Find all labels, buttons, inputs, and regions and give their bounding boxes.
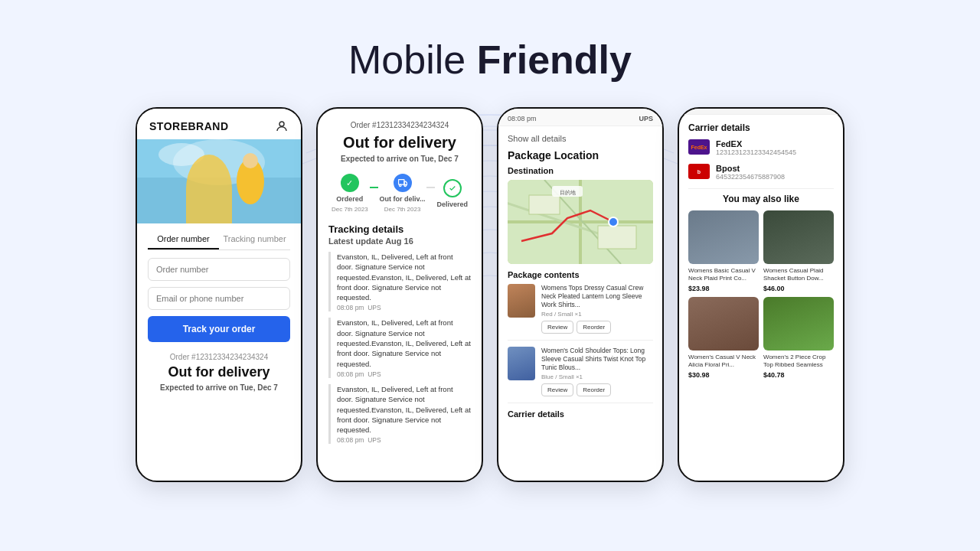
p2-body: Order #12312334234234324 Out for deliver… <box>318 109 482 444</box>
product-2-price: $46.00 <box>763 285 834 292</box>
p3-body: Show all details Package Location Destin… <box>498 126 662 419</box>
step-active-circle <box>394 174 412 192</box>
phone-3: 08:08 pm UPS Show all details Package Lo… <box>497 107 664 482</box>
product-4-image <box>763 297 834 350</box>
connector-1 <box>370 187 378 188</box>
topbar-time: 08:08 pm <box>508 115 537 122</box>
package-location-title: Package Location <box>508 149 653 161</box>
fedex-logo: FedEx <box>688 139 710 155</box>
package-contents-label: Package contents <box>508 270 653 279</box>
bpost-info: Bpost 645322354675887908 <box>716 164 785 181</box>
svg-point-20 <box>609 217 618 227</box>
package-item-1: Womens Tops Dressy Casual Crew Neck Plea… <box>508 284 653 341</box>
phone-4: Carrier details FedEx FedEX 123123123123… <box>678 107 844 482</box>
p1-eta: Expected to arrive on Tue, Dec 7 <box>148 383 290 392</box>
item-1-info: Womens Tops Dressy Casual Crew Neck Plea… <box>541 284 653 334</box>
connector-2 <box>426 187 435 188</box>
svg-point-3 <box>279 122 284 126</box>
p1-body: Order number Tracking number Track your … <box>137 223 301 392</box>
event-1-meta: 08:08 pm UPS <box>337 304 471 311</box>
item-1-name: Womens Tops Dressy Casual Crew Neck Plea… <box>541 284 653 309</box>
step-ordered-circle: ✓ <box>341 174 359 192</box>
package-map: 目的地 <box>508 180 653 264</box>
carrier-details-title: Carrier details <box>688 122 834 133</box>
phones-row: STOREBRAND Order number Tracking number <box>0 83 980 482</box>
item-1-review-btn[interactable]: Review <box>541 321 573 334</box>
product-1-name: Womens Basic Casual V Neck Plaid Print C… <box>688 267 759 283</box>
svg-rect-5 <box>137 178 301 223</box>
latest-update: Latest update Aug 16 <box>328 236 471 246</box>
step-ordered-date: Dec 7th 2023 <box>332 206 368 213</box>
item-1-reorder-btn[interactable]: Reorder <box>577 321 611 334</box>
bpost-name: Bpost <box>716 164 785 173</box>
step-out-for-delivery: Out for deliv... Dec 7th 2023 <box>380 174 426 213</box>
product-3-name: Women's Casual V Neck Alicia Floral Pri.… <box>688 354 759 370</box>
item-2-name: Women's Cold Shoulder Tops: Long Sleeve … <box>541 347 653 372</box>
bpost-logo: b <box>688 164 710 179</box>
page-title: Mobile Friendly <box>0 0 980 83</box>
product-4: Women's 2 Piece Crop Top Ribbed Seamless… <box>763 297 834 379</box>
product-3-image <box>688 297 759 350</box>
tracking-header: Tracking details <box>328 223 471 235</box>
event-1-text: Evanston, IL, Delivered, Left at front d… <box>337 252 471 302</box>
event-3-meta: 08:08 pm UPS <box>337 436 471 444</box>
product-1-price: $23.98 <box>688 285 759 292</box>
bpost-carrier: b Bpost 645322354675887908 <box>688 164 834 181</box>
item-1-image <box>508 284 535 318</box>
phone-2: Order #12312334234234324 Out for deliver… <box>316 107 483 482</box>
fedex-info: FedEX 123123123123342454545 <box>716 139 796 156</box>
svg-point-7 <box>158 143 204 166</box>
fedex-carrier: FedEx FedEX 123123123123342454545 <box>688 139 834 156</box>
step-ordered-label: Ordered <box>336 195 363 203</box>
product-1-image <box>688 210 759 264</box>
item-2-variant: Blue / Small ×1 <box>541 373 653 380</box>
svg-rect-10 <box>398 180 404 185</box>
svg-rect-18 <box>529 195 560 214</box>
svg-point-9 <box>243 153 258 168</box>
contact-input[interactable] <box>148 287 290 310</box>
svg-text:目的地: 目的地 <box>560 190 576 195</box>
fedex-tracking: 123123123123342454545 <box>716 148 796 156</box>
fedex-name: FedEX <box>716 139 796 148</box>
p2-progress: ✓ Ordered Dec 7th 2023 Out for deliv... … <box>328 174 471 213</box>
phone-1: STOREBRAND Order number Tracking number <box>136 107 302 482</box>
event-3-text: Evanston, IL, Delivered, Left at front d… <box>337 384 471 435</box>
step-delivered: Delivered <box>436 179 468 208</box>
tab-tracking-number[interactable]: Tracking number <box>219 234 290 249</box>
p1-hero-image <box>137 139 301 223</box>
track-order-button[interactable]: Track your order <box>148 316 290 342</box>
products-grid: Womens Basic Casual V Neck Plaid Print C… <box>688 210 834 379</box>
p1-header: STOREBRAND <box>137 109 301 139</box>
event-2-meta: 08:08 pm UPS <box>337 370 471 378</box>
tab-order-number[interactable]: Order number <box>148 234 219 249</box>
p1-status: Out for delivery <box>148 364 290 380</box>
p1-tabs: Order number Tracking number <box>148 234 290 250</box>
product-2-image <box>763 210 834 264</box>
step-pending-circle <box>443 179 462 197</box>
user-icon[interactable] <box>275 119 289 133</box>
svg-point-12 <box>404 184 407 187</box>
destination-label: Destination <box>508 166 653 175</box>
step-active-date: Dec 7th 2023 <box>384 206 421 213</box>
order-number-input[interactable] <box>148 258 290 281</box>
product-3-price: $30.98 <box>688 371 759 379</box>
svg-point-11 <box>399 184 401 187</box>
recommendations-title: You may also like <box>688 194 834 204</box>
item-2-review-btn[interactable]: Review <box>541 383 573 396</box>
item-1-variant: Red / Small ×1 <box>541 311 653 318</box>
item-2-info: Women's Cold Shoulder Tops: Long Sleeve … <box>541 347 653 396</box>
p3-carrier-label: Carrier details <box>508 409 653 419</box>
item-2-buttons: Review Reorder <box>541 383 653 396</box>
store-brand: STOREBRAND <box>149 120 229 132</box>
item-2-image <box>508 347 535 380</box>
product-4-price: $40.78 <box>763 371 834 379</box>
product-2: Womens Casual Plaid Shacket Button Dow..… <box>763 210 834 292</box>
step-active-label: Out for deliv... <box>380 195 426 203</box>
topbar-carrier: UPS <box>639 115 653 122</box>
p3-topbar: 08:08 pm UPS <box>498 109 662 126</box>
svg-rect-19 <box>598 226 636 249</box>
item-2-reorder-btn[interactable]: Reorder <box>577 383 611 396</box>
tracking-event-1: Evanston, IL, Delivered, Left at front d… <box>328 252 471 311</box>
tracking-event-2: Evanston, IL, Delivered, Left at front d… <box>328 318 471 377</box>
show-all-details[interactable]: Show all details <box>508 134 653 143</box>
